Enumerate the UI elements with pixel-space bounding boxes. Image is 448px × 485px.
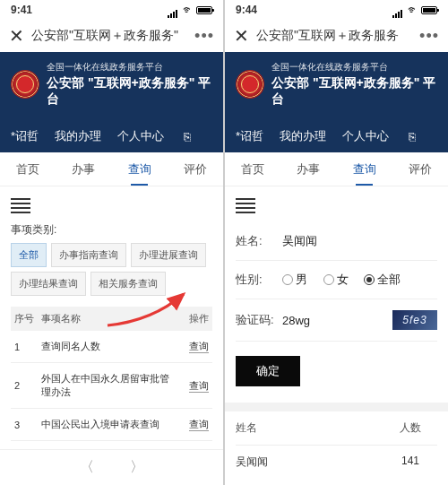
submit-button[interactable]: 确定	[236, 356, 300, 386]
tab-review[interactable]: 评价	[168, 152, 223, 186]
status-bar: 9:41 ᯤ	[0, 0, 223, 20]
content-left: 事项类别: 全部 办事指南查询 办理进展查询 办理结果查询 相关服务查询 序号 …	[0, 186, 223, 449]
form-row-gender: 性别: 男 女 全部	[236, 261, 437, 299]
battery-icon	[421, 6, 437, 14]
radio-female[interactable]: 女	[323, 272, 349, 288]
tab-home[interactable]: 首页	[225, 152, 280, 186]
captcha-image[interactable]: 5fe3	[392, 310, 437, 330]
name-input[interactable]: 吴闻闻	[282, 233, 437, 249]
tab-review[interactable]: 评价	[392, 152, 448, 186]
exit-icon[interactable]: ⎘	[184, 130, 191, 143]
emblem-icon	[11, 70, 39, 99]
tab-service[interactable]: 办事	[280, 152, 336, 186]
table-row: 1 查询同名人数 查询	[11, 331, 212, 363]
captcha-input[interactable]: 28wg	[282, 314, 392, 327]
nav-title: 公安部"互联网＋政务服务	[256, 28, 412, 44]
nav-bar: ✕ 公安部"互联网＋政务服务 •••	[225, 20, 448, 52]
chip-progress[interactable]: 办理进展查询	[131, 243, 206, 267]
th-index: 序号	[14, 312, 41, 325]
table-row: 2 外国人在中国永久居留审批管理办法 查询	[11, 363, 212, 409]
battery-icon	[196, 6, 212, 14]
status-time: 9:44	[236, 4, 257, 16]
captcha-label: 验证码:	[236, 312, 282, 328]
signal-icon	[392, 5, 405, 14]
exit-icon[interactable]: ⎘	[409, 130, 416, 143]
table-row: 3 中国公民出入境申请表查询 查询	[11, 409, 212, 441]
name-label: 姓名:	[236, 233, 282, 249]
form-row-name: 姓名: 吴闻闻	[236, 222, 437, 261]
result-separator	[225, 403, 448, 411]
tab-query[interactable]: 查询	[337, 152, 392, 186]
user-tab-mywork[interactable]: 我的办理	[280, 128, 326, 144]
nav-forward-icon[interactable]: 〉	[130, 458, 144, 477]
header-banner: 全国一体化在线政务服务平台 公安部 "互联网+政务服务" 平台 *诏哲 我的办理…	[225, 52, 448, 152]
chip-guide[interactable]: 办事指南查询	[51, 243, 126, 267]
nav-bar: ✕ 公安部"互联网＋政务服务" •••	[0, 20, 223, 52]
phone-right: 9:44 ᯤ ✕ 公安部"互联网＋政务服务 ••• 全国一体化在线政务服务平台 …	[225, 0, 448, 485]
row-idx: 2	[14, 380, 41, 391]
chip-result[interactable]: 办理结果查询	[11, 272, 86, 296]
row-idx: 1	[14, 342, 41, 352]
row-action[interactable]: 查询	[177, 379, 209, 393]
user-tab-personal[interactable]: 个人中心	[117, 128, 164, 144]
radio-male[interactable]: 男	[282, 272, 307, 288]
result-row: 吴闻闻 141	[236, 446, 437, 479]
row-name: 中国公民出入境申请表查询	[41, 418, 177, 431]
wifi-icon: ᯤ	[408, 4, 418, 16]
menu-icon[interactable]	[11, 198, 30, 213]
more-icon[interactable]: •••	[194, 27, 214, 46]
row-name: 外国人在中国永久居留审批管理办法	[41, 372, 177, 399]
row-action[interactable]: 查询	[177, 340, 209, 353]
more-icon[interactable]: •••	[419, 27, 439, 46]
result-header: 姓名 人数	[236, 411, 437, 446]
platform-sub: 全国一体化在线政务服务平台	[47, 61, 212, 74]
result-count: 141	[383, 455, 437, 470]
platform-sub: 全国一体化在线政务服务平台	[271, 61, 437, 74]
platform-title: 公安部 "互联网+政务服务" 平台	[47, 75, 212, 108]
user-name[interactable]: *诏哲	[11, 128, 39, 144]
chip-all[interactable]: 全部	[11, 243, 47, 267]
radio-all[interactable]: 全部	[364, 272, 401, 288]
main-tabs: 首页 办事 查询 评价	[225, 152, 448, 186]
result-h-name: 姓名	[236, 420, 383, 436]
platform-row: 全国一体化在线政务服务平台 公安部 "互联网+政务服务" 平台	[236, 61, 437, 108]
signal-icon	[168, 5, 180, 14]
user-name[interactable]: *诏哲	[236, 128, 263, 144]
gender-label: 性别:	[236, 272, 282, 288]
platform-title: 公安部 "互联网+政务服务" 平台	[271, 75, 437, 108]
menu-icon[interactable]	[236, 198, 255, 213]
wifi-icon: ᯤ	[183, 4, 194, 16]
tab-service[interactable]: 办事	[56, 152, 111, 186]
bottom-nav: 〈 〉	[0, 449, 223, 485]
nav-title: 公安部"互联网＋政务服务"	[31, 28, 187, 44]
status-icons: ᯤ	[392, 4, 437, 16]
user-tab-personal[interactable]: 个人中心	[342, 128, 389, 144]
form-row-captcha: 验证码: 28wg 5fe3	[236, 299, 437, 342]
category-label: 事项类别:	[11, 222, 212, 238]
content-right: 姓名: 吴闻闻 性别: 男 女 全部 验证码: 28wg 5fe3 确定 姓名 …	[225, 186, 448, 485]
table-header: 序号 事项名称 操作	[11, 307, 212, 331]
emblem-icon	[236, 70, 264, 99]
tab-home[interactable]: 首页	[0, 152, 56, 186]
th-action: 操作	[177, 312, 209, 325]
status-time: 9:41	[11, 4, 32, 16]
status-icons: ᯤ	[168, 4, 212, 16]
header-banner: 全国一体化在线政务服务平台 公安部 "互联网+政务服务" 平台 *诏哲 我的办理…	[0, 52, 223, 152]
status-bar: 9:44 ᯤ	[225, 0, 448, 20]
chip-related[interactable]: 相关服务查询	[90, 272, 166, 296]
row-name: 查询同名人数	[41, 340, 177, 353]
result-name: 吴闻闻	[236, 455, 383, 470]
main-tabs: 首页 办事 查询 评价	[0, 152, 223, 186]
close-icon[interactable]: ✕	[9, 25, 24, 47]
result-h-count: 人数	[383, 420, 437, 436]
user-tab-row: *诏哲 我的办理 个人中心 ⎘	[236, 120, 437, 152]
tab-query[interactable]: 查询	[112, 152, 168, 186]
user-tab-mywork[interactable]: 我的办理	[55, 128, 101, 144]
nav-back-icon[interactable]: 〈	[80, 458, 94, 477]
row-idx: 3	[14, 420, 41, 430]
chip-group: 全部 办事指南查询 办理进展查询 办理结果查询 相关服务查询	[11, 243, 212, 296]
row-action[interactable]: 查询	[177, 418, 209, 431]
phone-left: 9:41 ᯤ ✕ 公安部"互联网＋政务服务" ••• 全国一体化在线政务服务平台…	[0, 0, 223, 485]
platform-row: 全国一体化在线政务服务平台 公安部 "互联网+政务服务" 平台	[11, 61, 212, 108]
close-icon[interactable]: ✕	[234, 25, 249, 47]
